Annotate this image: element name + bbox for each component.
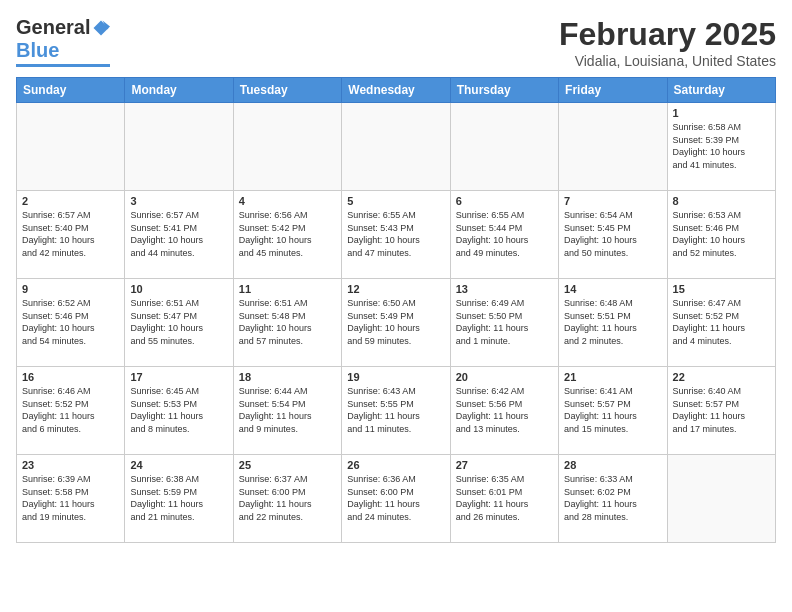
calendar-cell: 25Sunrise: 6:37 AM Sunset: 6:00 PM Dayli… xyxy=(233,455,341,543)
day-info: Sunrise: 6:42 AM Sunset: 5:56 PM Dayligh… xyxy=(456,385,553,435)
calendar-cell xyxy=(17,103,125,191)
day-info: Sunrise: 6:47 AM Sunset: 5:52 PM Dayligh… xyxy=(673,297,770,347)
day-number: 10 xyxy=(130,283,227,295)
calendar-cell: 1Sunrise: 6:58 AM Sunset: 5:39 PM Daylig… xyxy=(667,103,775,191)
calendar-cell xyxy=(667,455,775,543)
calendar-cell: 13Sunrise: 6:49 AM Sunset: 5:50 PM Dayli… xyxy=(450,279,558,367)
day-info: Sunrise: 6:51 AM Sunset: 5:48 PM Dayligh… xyxy=(239,297,336,347)
weekday-header-sunday: Sunday xyxy=(17,78,125,103)
day-number: 3 xyxy=(130,195,227,207)
week-row-1: 1Sunrise: 6:58 AM Sunset: 5:39 PM Daylig… xyxy=(17,103,776,191)
calendar-cell: 8Sunrise: 6:53 AM Sunset: 5:46 PM Daylig… xyxy=(667,191,775,279)
day-number: 5 xyxy=(347,195,444,207)
logo-general: General xyxy=(16,16,90,39)
day-number: 15 xyxy=(673,283,770,295)
calendar-cell: 9Sunrise: 6:52 AM Sunset: 5:46 PM Daylig… xyxy=(17,279,125,367)
calendar-cell: 19Sunrise: 6:43 AM Sunset: 5:55 PM Dayli… xyxy=(342,367,450,455)
day-info: Sunrise: 6:43 AM Sunset: 5:55 PM Dayligh… xyxy=(347,385,444,435)
day-info: Sunrise: 6:45 AM Sunset: 5:53 PM Dayligh… xyxy=(130,385,227,435)
calendar-cell: 14Sunrise: 6:48 AM Sunset: 5:51 PM Dayli… xyxy=(559,279,667,367)
day-number: 2 xyxy=(22,195,119,207)
day-number: 20 xyxy=(456,371,553,383)
calendar-cell: 15Sunrise: 6:47 AM Sunset: 5:52 PM Dayli… xyxy=(667,279,775,367)
weekday-header-wednesday: Wednesday xyxy=(342,78,450,103)
weekday-header-monday: Monday xyxy=(125,78,233,103)
calendar-cell: 24Sunrise: 6:38 AM Sunset: 5:59 PM Dayli… xyxy=(125,455,233,543)
month-title: February 2025 xyxy=(559,16,776,53)
calendar-cell: 26Sunrise: 6:36 AM Sunset: 6:00 PM Dayli… xyxy=(342,455,450,543)
day-number: 7 xyxy=(564,195,661,207)
calendar-cell: 5Sunrise: 6:55 AM Sunset: 5:43 PM Daylig… xyxy=(342,191,450,279)
day-number: 28 xyxy=(564,459,661,471)
day-number: 21 xyxy=(564,371,661,383)
calendar-cell: 10Sunrise: 6:51 AM Sunset: 5:47 PM Dayli… xyxy=(125,279,233,367)
day-number: 23 xyxy=(22,459,119,471)
day-info: Sunrise: 6:57 AM Sunset: 5:40 PM Dayligh… xyxy=(22,209,119,259)
day-number: 17 xyxy=(130,371,227,383)
calendar-table: SundayMondayTuesdayWednesdayThursdayFrid… xyxy=(16,77,776,543)
calendar-cell: 27Sunrise: 6:35 AM Sunset: 6:01 PM Dayli… xyxy=(450,455,558,543)
day-info: Sunrise: 6:51 AM Sunset: 5:47 PM Dayligh… xyxy=(130,297,227,347)
calendar-cell xyxy=(450,103,558,191)
day-info: Sunrise: 6:37 AM Sunset: 6:00 PM Dayligh… xyxy=(239,473,336,523)
calendar-cell: 11Sunrise: 6:51 AM Sunset: 5:48 PM Dayli… xyxy=(233,279,341,367)
day-info: Sunrise: 6:57 AM Sunset: 5:41 PM Dayligh… xyxy=(130,209,227,259)
week-row-4: 16Sunrise: 6:46 AM Sunset: 5:52 PM Dayli… xyxy=(17,367,776,455)
day-info: Sunrise: 6:48 AM Sunset: 5:51 PM Dayligh… xyxy=(564,297,661,347)
page-header: General Blue February 2025 Vidalia, Loui… xyxy=(16,16,776,69)
day-info: Sunrise: 6:49 AM Sunset: 5:50 PM Dayligh… xyxy=(456,297,553,347)
day-number: 9 xyxy=(22,283,119,295)
weekday-header-tuesday: Tuesday xyxy=(233,78,341,103)
day-number: 14 xyxy=(564,283,661,295)
day-info: Sunrise: 6:55 AM Sunset: 5:44 PM Dayligh… xyxy=(456,209,553,259)
day-info: Sunrise: 6:41 AM Sunset: 5:57 PM Dayligh… xyxy=(564,385,661,435)
calendar-cell: 21Sunrise: 6:41 AM Sunset: 5:57 PM Dayli… xyxy=(559,367,667,455)
day-number: 24 xyxy=(130,459,227,471)
day-info: Sunrise: 6:33 AM Sunset: 6:02 PM Dayligh… xyxy=(564,473,661,523)
day-info: Sunrise: 6:39 AM Sunset: 5:58 PM Dayligh… xyxy=(22,473,119,523)
day-number: 18 xyxy=(239,371,336,383)
calendar-cell: 16Sunrise: 6:46 AM Sunset: 5:52 PM Dayli… xyxy=(17,367,125,455)
calendar-cell: 2Sunrise: 6:57 AM Sunset: 5:40 PM Daylig… xyxy=(17,191,125,279)
day-info: Sunrise: 6:52 AM Sunset: 5:46 PM Dayligh… xyxy=(22,297,119,347)
calendar-cell xyxy=(233,103,341,191)
calendar-cell xyxy=(559,103,667,191)
day-number: 12 xyxy=(347,283,444,295)
logo-underline xyxy=(16,64,110,67)
day-info: Sunrise: 6:40 AM Sunset: 5:57 PM Dayligh… xyxy=(673,385,770,435)
day-number: 27 xyxy=(456,459,553,471)
calendar-cell: 7Sunrise: 6:54 AM Sunset: 5:45 PM Daylig… xyxy=(559,191,667,279)
day-number: 4 xyxy=(239,195,336,207)
logo-icon xyxy=(92,19,110,37)
logo: General Blue xyxy=(16,16,110,67)
calendar-cell: 3Sunrise: 6:57 AM Sunset: 5:41 PM Daylig… xyxy=(125,191,233,279)
day-info: Sunrise: 6:46 AM Sunset: 5:52 PM Dayligh… xyxy=(22,385,119,435)
day-info: Sunrise: 6:55 AM Sunset: 5:43 PM Dayligh… xyxy=(347,209,444,259)
day-number: 13 xyxy=(456,283,553,295)
day-number: 6 xyxy=(456,195,553,207)
week-row-3: 9Sunrise: 6:52 AM Sunset: 5:46 PM Daylig… xyxy=(17,279,776,367)
calendar-cell: 18Sunrise: 6:44 AM Sunset: 5:54 PM Dayli… xyxy=(233,367,341,455)
week-row-2: 2Sunrise: 6:57 AM Sunset: 5:40 PM Daylig… xyxy=(17,191,776,279)
day-number: 26 xyxy=(347,459,444,471)
day-info: Sunrise: 6:38 AM Sunset: 5:59 PM Dayligh… xyxy=(130,473,227,523)
day-number: 25 xyxy=(239,459,336,471)
week-row-5: 23Sunrise: 6:39 AM Sunset: 5:58 PM Dayli… xyxy=(17,455,776,543)
calendar-cell: 22Sunrise: 6:40 AM Sunset: 5:57 PM Dayli… xyxy=(667,367,775,455)
calendar-cell: 6Sunrise: 6:55 AM Sunset: 5:44 PM Daylig… xyxy=(450,191,558,279)
day-number: 1 xyxy=(673,107,770,119)
day-info: Sunrise: 6:44 AM Sunset: 5:54 PM Dayligh… xyxy=(239,385,336,435)
day-info: Sunrise: 6:58 AM Sunset: 5:39 PM Dayligh… xyxy=(673,121,770,171)
calendar-cell: 23Sunrise: 6:39 AM Sunset: 5:58 PM Dayli… xyxy=(17,455,125,543)
calendar-cell: 12Sunrise: 6:50 AM Sunset: 5:49 PM Dayli… xyxy=(342,279,450,367)
day-info: Sunrise: 6:53 AM Sunset: 5:46 PM Dayligh… xyxy=(673,209,770,259)
weekday-header-saturday: Saturday xyxy=(667,78,775,103)
location: Vidalia, Louisiana, United States xyxy=(559,53,776,69)
calendar-cell xyxy=(125,103,233,191)
title-block: February 2025 Vidalia, Louisiana, United… xyxy=(559,16,776,69)
weekday-header-thursday: Thursday xyxy=(450,78,558,103)
day-number: 22 xyxy=(673,371,770,383)
calendar-cell: 20Sunrise: 6:42 AM Sunset: 5:56 PM Dayli… xyxy=(450,367,558,455)
day-number: 19 xyxy=(347,371,444,383)
calendar-cell: 17Sunrise: 6:45 AM Sunset: 5:53 PM Dayli… xyxy=(125,367,233,455)
